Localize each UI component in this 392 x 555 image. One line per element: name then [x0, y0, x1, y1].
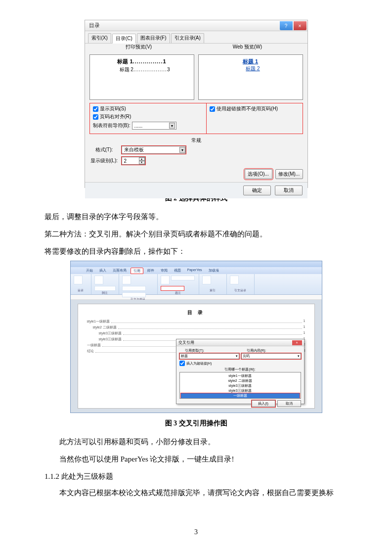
group-label-toc: 目录 [74, 288, 88, 293]
print-preview-box: 标题 1...............1 标题 2...............… [89, 54, 194, 100]
leader-label: 制表符前导符(B): [93, 122, 131, 129]
dots: .................. [133, 67, 167, 72]
ribbon-tab-mailings[interactable]: 邮件 [145, 268, 157, 274]
ribbon-group-footnote: 脚注 [91, 274, 119, 294]
level-spinner[interactable]: 2▴▾ [122, 157, 145, 165]
chk-show-page[interactable]: 显示页码(S) [93, 105, 204, 112]
ribbon-tab-paperyes[interactable]: PaperYes [185, 268, 205, 274]
modify-button[interactable]: 修改(M)... [275, 169, 303, 179]
doc-title: 目 录 [87, 309, 305, 316]
page-area: 目 录 style1一级标题1style2 二级标题1style3三级标题1st… [71, 300, 322, 413]
window-buttons: ? × [280, 21, 307, 30]
ribbon-tab-view[interactable]: 视图 [172, 268, 183, 274]
web-preview-col: Web 预览(W) 标题 1 标题 2 [198, 46, 303, 100]
pv-h2-page: 3 [167, 67, 170, 72]
chk-right-align-box[interactable] [93, 114, 98, 120]
print-preview-label: 打印预览(V) [87, 44, 191, 50]
chevron-down-icon: ▾ [169, 123, 175, 129]
help-icon[interactable]: ? [280, 21, 293, 30]
ribbon-item[interactable] [202, 276, 211, 284]
ribbon-item[interactable] [74, 276, 83, 284]
word-titlebar [71, 261, 322, 267]
chk-hyperlink-label: 使用超链接而不使用页码(H) [217, 105, 278, 112]
leader-value: ...... [134, 123, 143, 129]
heading-list[interactable]: style1一级标题 style2 二级标题 style3三级标题 style3… [179, 372, 301, 399]
spinner-arrows[interactable]: ▴▾ [139, 157, 145, 164]
ribbon-item[interactable] [122, 286, 146, 291]
cross-reference-dialog: 交叉引用 × 引用类型(T): 标题▾ 引用内容(R): 页码▾ [176, 339, 305, 404]
ribbon-tab-review[interactable]: 审阅 [158, 268, 170, 274]
options-right: 使用超链接而不使用页码(H) [207, 103, 303, 134]
chk-right-align[interactable]: 页码右对齐(R) [93, 113, 204, 120]
ribbon-tab-insert[interactable]: 插入 [97, 268, 109, 274]
chk-insert-hyperlink-label: 插入为超链接(H) [186, 361, 212, 366]
cancel-button[interactable]: 取消 [277, 400, 301, 407]
chk-insert-hyperlink-box[interactable] [179, 361, 185, 366]
ribbon-tab-home[interactable]: 开始 [84, 268, 95, 274]
chk-right-align-label: 页码右对齐(R) [100, 113, 131, 120]
ribbon-item[interactable] [94, 286, 116, 291]
format-label: 格式(T): [89, 146, 119, 153]
ribbon-item[interactable] [161, 276, 170, 284]
chevron-up-icon[interactable]: ▴ [139, 157, 145, 161]
ribbon-tab-references[interactable]: 引用 [131, 268, 143, 274]
ribbon-item[interactable] [171, 276, 195, 280]
options-left: 显示页码(S) 页码右对齐(R) 制表符前导符(B): ......▾ [89, 103, 207, 134]
ribbon-item[interactable] [122, 276, 131, 284]
level-label: 显示级别(L): [89, 157, 119, 164]
options-row: 显示页码(S) 页码右对齐(R) 制表符前导符(B): ......▾ 使用超链… [89, 103, 303, 134]
dialog-body: 打印预览(V) 标题 1...............1 标题 2.......… [85, 44, 307, 182]
ribbon-item[interactable] [230, 276, 239, 284]
chk-show-page-box[interactable] [93, 106, 98, 112]
web-link-1: 标题 1 [203, 58, 299, 65]
para-2: 第二种方法：交叉引用。解决个别目录页码或者标题不准确的问题。 [44, 226, 348, 242]
cancel-button[interactable]: 取消 [275, 185, 303, 195]
ref-content-value: 页码 [243, 354, 250, 359]
ribbon-group-index: 索引 [199, 274, 227, 294]
cross-reference-button[interactable] [161, 286, 184, 291]
figure-3: 开始 插入 页面布局 引用 邮件 审阅 视图 PaperYes 加载项 目录 脚… [44, 261, 348, 413]
tab-citations[interactable]: 引文目录(A) [171, 33, 204, 43]
web-link-2: 标题 2 [208, 65, 299, 72]
close-icon[interactable]: × [292, 340, 302, 345]
tab-toc[interactable]: 目录(C) [112, 34, 136, 44]
ref-content-select[interactable]: 页码▾ [241, 353, 301, 359]
ruler [71, 295, 322, 300]
ribbon-tab-layout[interactable]: 页面布局 [110, 268, 129, 274]
tab-index[interactable]: 索引(X) [88, 33, 111, 43]
toc-dialog: 目录 ? × 索引(X) 目录(C) 图表目录(F) 引文目录(A) 打印预览(… [85, 20, 308, 188]
ribbon-tab-addins[interactable]: 加载项 [206, 268, 221, 274]
dialog-title: 目录 [89, 22, 100, 29]
group-label-footnote: 脚注 [94, 291, 116, 295]
ref-type-label: 引用类型(T): [179, 348, 210, 353]
level-redbox: 2▴▾ [121, 156, 146, 165]
insert-button[interactable]: 插入(I) [252, 400, 275, 407]
general-label: 常规 [89, 137, 303, 144]
tab-figures[interactable]: 图表目录(F) [137, 33, 170, 43]
chk-insert-hyperlink[interactable]: 插入为超链接(H) [179, 361, 301, 366]
chk-hyperlink[interactable]: 使用超链接而不使用页码(H) [210, 105, 299, 112]
options-button[interactable]: 选项(O)... [245, 169, 272, 179]
dialog-titlebar: 目录 ? × [85, 20, 307, 31]
ref-content-label: 引用内容(R): [241, 348, 272, 353]
figure-2: 目录 ? × 索引(X) 目录(C) 图表目录(F) 引文目录(A) 打印预览(… [44, 20, 348, 188]
web-preview-box: 标题 1 标题 2 [198, 54, 303, 100]
ribbon-item[interactable] [94, 276, 103, 284]
format-value: 来自模板 [124, 146, 144, 153]
ribbon-item[interactable] [122, 292, 146, 297]
page-number: 3 [0, 528, 392, 536]
ok-button[interactable]: 确定 [243, 185, 271, 195]
close-icon[interactable]: × [294, 21, 306, 30]
cross-dialog-title: 交叉引用 [178, 340, 194, 345]
group-label-index: 索引 [202, 288, 223, 293]
ribbon-group-citation: 引文与书目 [119, 274, 158, 294]
ref-type-select[interactable]: 标题▾ [179, 353, 239, 359]
chevron-down-icon: ▾ [236, 354, 238, 358]
chk-hyperlink-box[interactable] [210, 106, 215, 112]
chevron-down-icon[interactable]: ▾ [139, 161, 145, 164]
leader-select[interactable]: ......▾ [132, 122, 176, 130]
format-select[interactable]: 来自模板▾ [122, 146, 186, 154]
pv-h2-text: 标题 2 [120, 67, 133, 72]
para-5: 当然你也可以使用 PaperYes 论文排版，一键生成目录! [44, 451, 348, 467]
ref-type-value: 标题 [181, 354, 188, 359]
